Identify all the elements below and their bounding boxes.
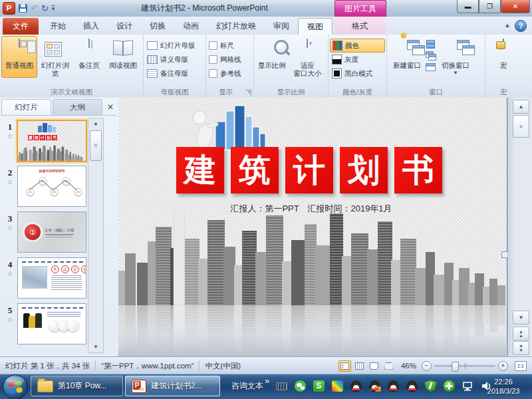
black-white-button[interactable]: 黑白模式 bbox=[330, 66, 385, 80]
next-slide-icon[interactable]: ▼▼ bbox=[513, 341, 529, 355]
close-button[interactable]: ✕ bbox=[501, 0, 530, 13]
grayscale-button[interactable]: 灰度 bbox=[330, 53, 385, 66]
previous-slide-icon[interactable]: ▲▲ bbox=[513, 327, 529, 340]
slide-canvas[interactable]: 建 筑 计 划 书 汇报人：第一PPT 汇报时间：2019年1月 bbox=[118, 98, 507, 356]
ruler-checkbox[interactable]: 标尺 bbox=[207, 39, 252, 53]
panel-close-icon[interactable]: ✕ bbox=[104, 99, 117, 115]
macros-button[interactable]: 宏 bbox=[487, 36, 520, 70]
tab-review[interactable]: 审阅 bbox=[265, 18, 298, 35]
save-icon[interactable] bbox=[19, 4, 27, 13]
slide-number: 2 bbox=[5, 168, 15, 178]
main-scrollbar[interactable]: ▲ ≡ ▼ ▲▲ ▼▼ bbox=[507, 98, 532, 356]
start-button[interactable] bbox=[3, 374, 28, 399]
messenger-icon[interactable]: S bbox=[313, 380, 325, 392]
qq-icon[interactable] bbox=[406, 380, 418, 392]
taskbar: 第10章 Pow... 建筑计划书2... 咨询文本 » S bbox=[0, 374, 532, 399]
tab-insert[interactable]: 插入 bbox=[74, 18, 108, 35]
language-indicator[interactable]: 中文(中国) bbox=[205, 361, 241, 371]
powerpoint-app-icon[interactable]: P bbox=[3, 2, 15, 15]
handout-master-button[interactable]: 讲义母版 bbox=[145, 53, 204, 66]
network-icon[interactable] bbox=[462, 380, 473, 392]
picture-resize-handle[interactable] bbox=[501, 251, 507, 258]
tab-animations[interactable]: 动画 bbox=[174, 18, 207, 35]
help-icon[interactable]: ? bbox=[515, 20, 527, 32]
switch-windows-button[interactable]: 切换窗口 ▼ bbox=[436, 36, 475, 78]
thumbnail-slide-4[interactable]: 大 品 安 全 bbox=[17, 257, 86, 299]
fit-slide-to-window-icon[interactable] bbox=[515, 361, 527, 371]
scroll-up-icon[interactable]: ▲ bbox=[88, 118, 103, 129]
scroll-down-icon[interactable]: ▼ bbox=[88, 342, 103, 352]
normal-view-button[interactable]: 普通视图 bbox=[1, 36, 37, 78]
dialog-launcher-icon[interactable] bbox=[245, 90, 251, 96]
statusbar-slideshow-button[interactable] bbox=[382, 360, 395, 372]
title-char-block[interactable]: 划 bbox=[340, 147, 388, 194]
thumbnail-slide-3[interactable]: ① 公司（团队）介绍 bbox=[17, 211, 86, 253]
input-method-keyboard-icon[interactable] bbox=[276, 380, 287, 392]
panel-scrollbar[interactable]: ▲ ▼ bbox=[88, 118, 104, 353]
tab-outline[interactable]: 大纲 bbox=[53, 99, 102, 115]
notes-master-button[interactable]: 备注母版 bbox=[145, 66, 204, 80]
zoom-out-icon[interactable]: − bbox=[422, 361, 432, 371]
panel-scroll-thumb[interactable] bbox=[90, 130, 102, 161]
color-mode-button[interactable]: 颜色 bbox=[330, 39, 385, 53]
thumbnail-slide-5[interactable] bbox=[17, 303, 86, 344]
minimize-button[interactable]: ▬ bbox=[457, 0, 479, 13]
statusbar-normal-view-button[interactable] bbox=[338, 360, 351, 372]
scroll-down-icon[interactable]: ▼ bbox=[513, 311, 529, 325]
notes-page-button[interactable]: 备注页 bbox=[73, 36, 105, 78]
scroll-thumb[interactable]: ≡ bbox=[513, 115, 529, 138]
undo-icon[interactable]: ↶ bbox=[31, 4, 38, 13]
title-char-block[interactable]: 建 bbox=[176, 147, 224, 194]
redo-icon[interactable]: ↻ bbox=[41, 4, 49, 13]
tab-slideshow[interactable]: 幻灯片放映 bbox=[207, 18, 265, 35]
tab-file[interactable]: 文件 bbox=[3, 18, 39, 35]
qq-icon[interactable] bbox=[350, 380, 362, 392]
arrange-all-icon[interactable] bbox=[426, 40, 436, 49]
mini-title: 建筑计划书 bbox=[28, 132, 58, 141]
scroll-up-icon[interactable]: ▲ bbox=[513, 100, 529, 114]
wechat-icon[interactable] bbox=[295, 380, 306, 392]
fit-to-window-button[interactable]: 适应窗口大小 bbox=[289, 36, 327, 78]
taskbar-clock[interactable]: 22:26 2018/3/23 bbox=[479, 377, 528, 396]
tab-transitions[interactable]: 切换 bbox=[141, 18, 174, 35]
cascade-icon[interactable] bbox=[426, 51, 436, 60]
statusbar-slide-sorter-button[interactable] bbox=[353, 360, 366, 372]
group-zoom: 显示比例 适应窗口大小 显示比例 bbox=[254, 35, 329, 98]
gridlines-checkbox[interactable]: 网格线 bbox=[207, 53, 252, 66]
zoom-slider[interactable] bbox=[434, 365, 495, 367]
zoom-in-icon[interactable]: + bbox=[498, 361, 508, 371]
reading-view-button[interactable]: 阅读视图 bbox=[105, 36, 141, 78]
zoom-button[interactable]: 显示比例 bbox=[255, 36, 289, 78]
divider bbox=[95, 360, 96, 371]
slide-master-button[interactable]: 幻灯片母版 bbox=[145, 39, 204, 53]
title-char-block[interactable]: 计 bbox=[285, 147, 333, 194]
thumbnail-slide-2[interactable]: 目录/CONTENTS 0102030405 bbox=[17, 166, 86, 207]
taskbar-item-folder[interactable]: 第10章 Pow... bbox=[31, 376, 123, 396]
customize-qat-icon[interactable]: ▾ bbox=[52, 5, 55, 11]
zoom-slider-thumb[interactable] bbox=[452, 362, 459, 372]
tab-format[interactable]: 格式 bbox=[334, 18, 385, 35]
slide-sorter-button[interactable]: 幻灯片浏览 bbox=[37, 36, 73, 78]
tab-slides[interactable]: 幻灯片 bbox=[1, 99, 51, 115]
group-label: 颜色/灰度 bbox=[329, 88, 386, 97]
new-window-icon: ✹ bbox=[396, 39, 418, 59]
taskbar-item-powerpoint[interactable]: 建筑计划书2... bbox=[125, 376, 220, 396]
qq-work-icon[interactable] bbox=[369, 380, 380, 392]
tray-overflow-chevron[interactable]: » bbox=[265, 376, 269, 386]
guides-checkbox[interactable]: 参考线 bbox=[207, 66, 252, 80]
title-char-block[interactable]: 筑 bbox=[231, 147, 279, 194]
tab-view[interactable]: 视图 bbox=[298, 18, 332, 35]
minimize-ribbon-icon[interactable]: ▲ bbox=[504, 21, 511, 29]
restore-button[interactable]: ❐ bbox=[479, 0, 501, 13]
sogou-input-icon[interactable] bbox=[332, 380, 343, 392]
antivirus-ball-icon[interactable] bbox=[444, 380, 455, 392]
tab-home[interactable]: 开始 bbox=[41, 18, 74, 35]
tab-design[interactable]: 设计 bbox=[108, 18, 141, 35]
statusbar-reading-view-button[interactable] bbox=[368, 360, 380, 372]
move-split-icon[interactable] bbox=[426, 63, 436, 71]
security-shield-icon[interactable] bbox=[425, 380, 436, 392]
new-window-button[interactable]: ✹ 新建窗口 bbox=[388, 36, 426, 78]
title-char-block[interactable]: 书 bbox=[394, 147, 442, 194]
qq-icon[interactable] bbox=[388, 380, 399, 392]
thumbnail-slide-1[interactable]: 建筑计划书 bbox=[17, 120, 87, 162]
